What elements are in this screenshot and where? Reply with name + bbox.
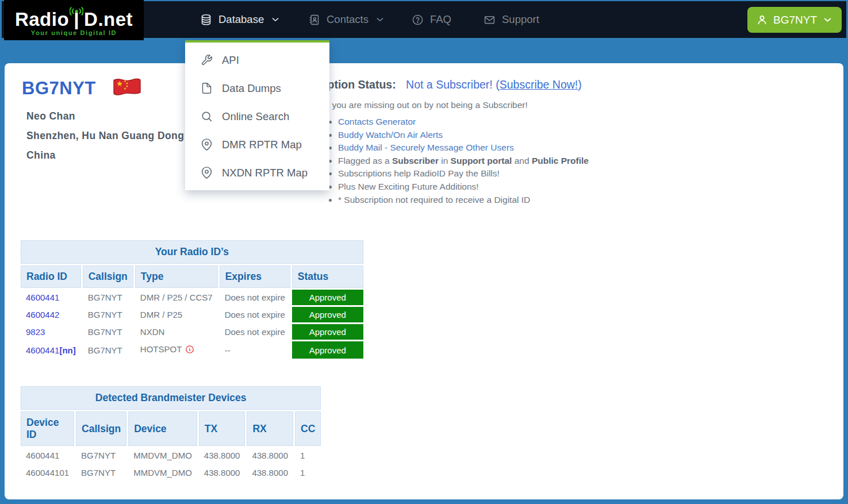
list-item: Flagged as a Subscriber in Support porta…: [338, 155, 666, 168]
radio-table-header-row: Radio ID Callsign Type Expires Status: [21, 266, 363, 288]
brandmeister-devices-table: Detected Brandmeister Devices Device ID …: [19, 384, 323, 482]
cell-tx: 438.8000: [199, 465, 245, 480]
nav-database-label: Database: [218, 13, 264, 26]
menu-item-nxdn-rptr-map[interactable]: NXDN RPTR Map: [185, 159, 329, 187]
radio-id-link[interactable]: 9823: [26, 327, 45, 337]
subscribe-now-link[interactable]: Subscribe Now!: [500, 78, 578, 91]
radio-id-link[interactable]: 4600441[nn]: [26, 345, 76, 355]
user-callsign-label: BG7NYT: [773, 14, 817, 26]
cell-callsign: BG7NYT: [83, 307, 133, 322]
cell-cc: 1: [295, 448, 321, 463]
svg-text:★: ★: [116, 79, 123, 88]
table-row: 4600441[nn] BG7NYT HOTSPOT -- Approved: [21, 341, 363, 359]
cell-callsign: BG7NYT: [83, 341, 133, 359]
nav-contacts-label: Contacts: [327, 13, 369, 26]
page-title-callsign: BG7NYT: [22, 78, 96, 99]
menu-item-api[interactable]: API: [185, 46, 329, 74]
cell-expires: Does not expire: [220, 324, 290, 340]
table-row: 4600442 BG7NYT DMR / P25 Does not expire…: [21, 307, 363, 322]
subscription-intro: Features you are missing out on by not b…: [294, 100, 666, 110]
subscription-status-value: Not a Subscriber! (Subscribe Now!): [406, 78, 582, 91]
question-icon: [412, 14, 424, 26]
bm-table-header-row: Device ID Callsign Device TX RX CC: [21, 411, 321, 446]
list-item: Contacts Generator: [338, 116, 666, 129]
col-header-expires: Expires: [220, 266, 290, 288]
bm-table-title: Detected Brandmeister Devices: [21, 386, 321, 410]
profile-name: Neo Chan: [26, 110, 75, 122]
contacts-icon: [308, 14, 320, 26]
profile-address: Shenzhen, Hu Nan Guang Dong: [26, 130, 184, 142]
list-item: Subscriptions help RadioID Pay the Bills…: [338, 167, 666, 180]
buddy-watch-link[interactable]: Buddy Watch/On Air Alerts: [338, 130, 443, 140]
cell-device: MMDVM_DMO: [128, 448, 197, 463]
cell-device-id: 4600441: [21, 448, 74, 463]
contacts-generator-link[interactable]: Contacts Generator: [338, 117, 416, 126]
wrench-icon: [201, 54, 213, 66]
logo-part1: Radio: [15, 10, 69, 28]
cell-expires: --: [220, 341, 290, 359]
logo-tagline: Your unique Digital ID: [31, 29, 117, 36]
callsign-header: BG7NYT ★ ★ ★ ★ ★: [22, 76, 142, 101]
radio-table-title: Your Radio ID’s: [21, 240, 363, 264]
menu-item-label: Online Search: [222, 110, 289, 123]
table-row: 460044101 BG7NYT MMDVM_DMO 438.8000 438.…: [21, 465, 321, 480]
subscription-section: Subscription Status: Not a Subscriber! (…: [286, 78, 666, 206]
nav-item-contacts[interactable]: Contacts: [308, 1, 385, 38]
page: Database Contacts FAQ Support BG7NYT Rad…: [0, 0, 848, 504]
col-header-rx: RX: [247, 411, 293, 446]
list-item: Buddy Mail - Securely Message Other User…: [338, 141, 666, 155]
col-header-status: Status: [292, 266, 363, 288]
cell-expires: Does not expire: [220, 290, 290, 305]
menu-item-dmr-rptr-map[interactable]: DMR RPTR Map: [185, 130, 329, 159]
menu-item-data-dumps[interactable]: Data Dumps: [185, 74, 329, 102]
cell-type: HOTSPOT: [135, 341, 218, 359]
nav-faq-label: FAQ: [430, 13, 451, 26]
site-logo[interactable]: Radio D.net Your unique Digital ID: [4, 0, 144, 40]
envelope-icon: [484, 14, 496, 26]
menu-item-online-search[interactable]: Online Search: [185, 102, 329, 130]
china-flag: ★ ★ ★ ★ ★: [112, 76, 142, 101]
col-header-type: Type: [135, 266, 218, 288]
cell-callsign: BG7NYT: [83, 290, 133, 305]
search-icon: [201, 110, 213, 122]
cell-rx: 438.8000: [247, 448, 293, 463]
cell-cc: 1: [295, 465, 321, 480]
map-pin-icon: [201, 167, 213, 179]
list-item: Buddy Watch/On Air Alerts: [338, 129, 666, 142]
cell-callsign: BG7NYT: [83, 324, 133, 340]
table-row: 4600441 BG7NYT MMDVM_DMO 438.8000 438.80…: [21, 448, 321, 463]
radio-id-link[interactable]: 4600442: [26, 310, 59, 320]
file-icon: [201, 82, 213, 94]
cell-type: DMR / P25: [135, 307, 218, 322]
list-item: Plus New Exciting Future Additions!: [338, 180, 666, 194]
nav-item-database[interactable]: Database: [200, 1, 281, 38]
cell-rx: 438.8000: [247, 465, 293, 480]
info-icon[interactable]: [185, 345, 194, 356]
status-badge: Approved: [292, 307, 363, 322]
menu-item-label: DMR RPTR Map: [222, 138, 302, 151]
col-header-device-id: Device ID: [21, 411, 74, 446]
status-badge: Approved: [292, 341, 363, 359]
col-header-tx: TX: [199, 411, 245, 446]
col-header-callsign: Callsign: [76, 411, 126, 446]
nav-item-faq[interactable]: FAQ: [412, 1, 451, 38]
cell-type: DMR / P25 / CCS7: [135, 290, 218, 305]
list-item: * Subscription not required to receive a…: [338, 194, 666, 207]
cell-callsign: BG7NYT: [76, 465, 126, 480]
cell-tx: 438.8000: [199, 448, 245, 463]
buddy-mail-link[interactable]: Buddy Mail - Securely Message Other User…: [338, 143, 514, 152]
cell-type: NXDN: [135, 324, 218, 340]
user-account-button[interactable]: BG7NYT: [747, 7, 842, 33]
nav-item-support[interactable]: Support: [484, 1, 539, 38]
chevron-down-icon: [270, 14, 281, 25]
profile-country: China: [26, 149, 56, 161]
database-dropdown-menu: API Data Dumps Online Search DMR RPTR Ma…: [185, 40, 329, 190]
subscription-benefits-list: Contacts Generator Buddy Watch/On Air Al…: [286, 116, 666, 206]
radio-id-link[interactable]: 4600441: [26, 293, 59, 302]
cell-device-id: 460044101: [21, 465, 74, 480]
logo-wordmark: Radio D.net: [15, 5, 133, 29]
chevron-down-icon: [822, 14, 833, 25]
radio-ids-table: Your Radio ID’s Radio ID Callsign Type E…: [19, 238, 365, 360]
col-header-radio-id: Radio ID: [21, 266, 81, 288]
menu-item-label: Data Dumps: [222, 82, 281, 95]
